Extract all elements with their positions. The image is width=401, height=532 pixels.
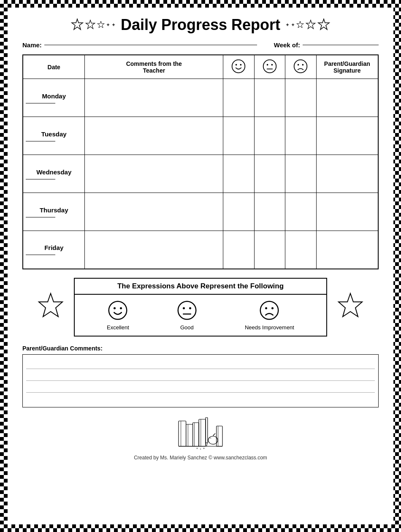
day-cell-thursday: Thursday — [23, 193, 85, 231]
legend-happy-icon — [107, 300, 128, 321]
stars-right: ✦ ✦ — [285, 18, 331, 32]
day-name-friday: Friday — [26, 244, 82, 251]
day-cell-monday: Monday — [23, 79, 85, 117]
parent-comments-label: Parent/Guardian Comments: — [22, 345, 379, 352]
week-field: Week of: — [274, 41, 379, 49]
week-label: Week of: — [274, 41, 300, 49]
day-line-tuesday — [26, 141, 55, 141]
happy-cell-friday — [223, 231, 254, 269]
svg-point-12 — [120, 307, 122, 309]
svg-rect-24 — [193, 423, 199, 446]
star-icon-6 — [317, 18, 331, 32]
name-label: Name: — [22, 41, 42, 49]
large-star-icon-left — [36, 291, 65, 321]
comments-cell-friday — [85, 231, 223, 269]
neutral-face-icon — [262, 59, 277, 74]
svg-point-5 — [271, 64, 273, 66]
neutral-cell-tuesday — [254, 117, 285, 155]
svg-point-15 — [189, 307, 191, 309]
svg-point-18 — [265, 307, 267, 309]
comment-line-4 — [26, 393, 375, 404]
legend-label-excellent: Excellent — [107, 324, 129, 331]
legend-star-left — [36, 291, 65, 323]
star-icon-4 — [296, 21, 304, 29]
comment-line-2 — [26, 369, 375, 381]
happy-face-icon — [231, 59, 246, 74]
star-icon-5 — [305, 19, 316, 30]
dots-left: ✦ ✦ — [106, 22, 116, 28]
week-line — [303, 45, 379, 45]
col-header-signature: Parent/GuardianSignature — [316, 55, 378, 79]
comment-lines-box — [22, 354, 379, 407]
legend-title: The Expressions Above Represent the Foll… — [75, 279, 326, 295]
neutral-cell-wednesday — [254, 155, 285, 193]
sig-cell-wednesday — [316, 155, 378, 193]
sad-cell-monday — [285, 79, 316, 117]
legend-label-needs-improvement: Needs Improvement — [245, 324, 294, 331]
svg-point-4 — [267, 64, 268, 66]
legend-item-good: Good — [176, 300, 198, 331]
table-row-wednesday: Wednesday — [23, 155, 378, 193]
svg-point-8 — [298, 64, 299, 66]
sig-cell-thursday — [316, 193, 378, 231]
sig-cell-friday — [316, 231, 378, 269]
legend-section: The Expressions Above Represent the Foll… — [22, 278, 379, 337]
svg-point-11 — [114, 307, 116, 309]
day-name-thursday: Thursday — [26, 206, 82, 214]
neutral-cell-thursday — [254, 193, 285, 231]
parent-comments-section: Parent/Guardian Comments: — [22, 345, 379, 407]
star-icon-1 — [70, 18, 84, 32]
day-cell-tuesday: Tuesday — [23, 117, 85, 155]
svg-point-19 — [271, 307, 274, 309]
star-icon-3 — [97, 21, 105, 29]
table-row-tuesday: Tuesday — [23, 117, 378, 155]
large-star-icon-right — [336, 291, 365, 321]
page: ✦ ✦ Daily Progress Report ✦ ✦ Name: — [0, 0, 401, 532]
comment-line-3 — [26, 381, 375, 393]
happy-cell-monday — [223, 79, 254, 117]
legend-box: The Expressions Above Represent the Foll… — [74, 278, 327, 337]
svg-rect-26 — [199, 419, 206, 446]
happy-cell-tuesday — [223, 117, 254, 155]
svg-point-10 — [109, 301, 127, 319]
page-title: Daily Progress Report — [121, 16, 280, 34]
col-header-date: Date — [23, 55, 85, 79]
col-header-comments: Comments from theTeacher — [85, 55, 223, 79]
legend-star-right — [336, 291, 365, 323]
legend-sad-icon — [259, 300, 280, 321]
table-row-friday: Friday — [23, 231, 378, 269]
svg-marker-29 — [206, 443, 208, 446]
svg-rect-20 — [179, 421, 186, 446]
day-line-monday — [26, 103, 55, 103]
comments-cell-wednesday — [85, 155, 223, 193]
col-header-happy — [223, 55, 254, 79]
svg-point-2 — [240, 64, 242, 66]
svg-point-36 — [200, 448, 201, 449]
day-name-tuesday: Tuesday — [26, 130, 82, 138]
day-name-wednesday: Wednesday — [26, 168, 82, 176]
comments-cell-tuesday — [85, 117, 223, 155]
svg-point-0 — [232, 60, 245, 73]
legend-item-excellent: Excellent — [107, 300, 129, 331]
books-section — [22, 416, 379, 450]
name-field: Name: — [22, 41, 257, 49]
svg-point-3 — [263, 60, 276, 73]
svg-rect-32 — [217, 426, 222, 446]
day-cell-wednesday: Wednesday — [23, 155, 85, 193]
day-line-wednesday — [26, 179, 55, 179]
svg-point-1 — [236, 64, 237, 66]
svg-point-14 — [183, 307, 185, 309]
sad-face-icon — [293, 59, 308, 74]
sad-cell-tuesday — [285, 117, 316, 155]
legend-faces: Excellent Good — [75, 295, 326, 336]
col-header-sad — [285, 55, 316, 79]
sig-cell-monday — [316, 79, 378, 117]
neutral-cell-monday — [254, 79, 285, 117]
svg-point-37 — [203, 448, 204, 449]
sad-cell-friday — [285, 231, 316, 269]
svg-point-13 — [178, 301, 196, 319]
books-illustration — [175, 416, 226, 450]
progress-table: Date Comments from theTeacher — [22, 54, 379, 269]
day-name-monday: Monday — [26, 92, 82, 100]
legend-item-needs-improvement: Needs Improvement — [245, 300, 294, 331]
